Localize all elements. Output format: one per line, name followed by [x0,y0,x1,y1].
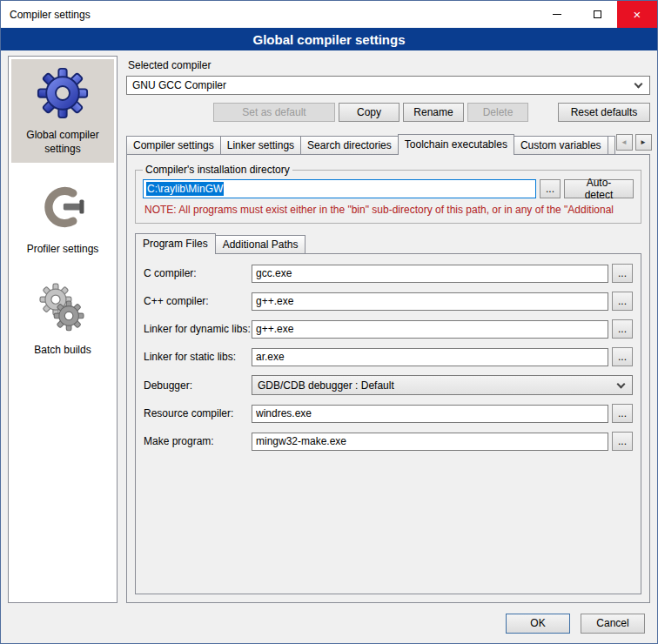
set-as-default-button[interactable]: Set as default [213,103,335,122]
tab-toolchain-executables[interactable]: Toolchain executables [398,134,514,155]
titlebar: Compiler settings × [1,1,657,28]
selected-compiler-value: GNU GCC Compiler [132,79,226,91]
tab-linker-settings[interactable]: Linker settings [220,136,301,154]
resource-compiler-input[interactable] [252,405,608,423]
dialog-header: Global compiler settings [1,28,657,50]
make-program-input[interactable] [252,433,608,451]
cpp-compiler-label: C++ compiler: [144,295,252,307]
dynamic-linker-input[interactable] [252,320,608,339]
reset-defaults-button[interactable]: Reset defaults [558,103,650,122]
field-row-make-program: Make program: ... [144,432,633,451]
field-row-dynamic-linker: Linker for dynamic libs: ... [144,319,633,339]
batch-gears-icon [37,279,88,337]
ok-button[interactable]: OK [506,614,570,634]
tab-scroll-buttons: ◄ ► [614,134,652,151]
sidebar-item-batch-builds[interactable]: Batch builds [11,274,114,365]
bin-subdirectory-note: NOTE: All programs must exist either in … [144,204,634,216]
debugger-label: Debugger: [144,379,252,392]
static-linker-browse-button[interactable]: ... [612,347,633,366]
delete-button[interactable]: Delete [467,103,528,122]
debugger-select[interactable]: GDB/CDB debugger : Default [252,375,633,395]
sidebar-item-label: Batch builds [34,344,91,358]
tab-compiler-settings[interactable]: Compiler settings [126,136,221,154]
maximize-button[interactable] [577,1,617,28]
c-compiler-label: C compiler: [144,267,252,279]
minimize-icon [553,14,561,15]
static-linker-input[interactable] [252,348,608,366]
maximize-icon [594,10,601,18]
tab-custom-variables[interactable]: Custom variables [514,136,608,154]
field-row-cpp-compiler: C++ compiler: ... [144,292,633,311]
field-row-resource-compiler: Resource compiler: ... [144,404,633,423]
profiler-clamp-icon [39,178,86,236]
copy-button[interactable]: Copy [339,103,400,122]
selected-compiler-label: Selected compiler [128,59,650,71]
window-controls: × [537,1,657,28]
dynamic-linker-browse-button[interactable]: ... [612,319,633,339]
tab-scroll-left-button[interactable]: ◄ [616,134,633,151]
window-title: Compiler settings [1,9,91,21]
rename-button[interactable]: Rename [403,103,464,122]
c-compiler-input[interactable] [252,265,608,283]
sidebar-item-label: Profiler settings [27,243,99,257]
dialog-content: Global compiler settings Profiler settin… [1,50,657,608]
settings-category-list: Global compiler settings Profiler settin… [8,56,118,603]
c-compiler-browse-button[interactable]: ... [612,264,633,283]
sidebar-item-label: Global compiler settings [13,129,112,156]
toolchain-executables-panel: Compiler's installation directory C:\ray… [126,154,650,603]
dialog-footer: OK Cancel [1,608,657,643]
auto-detect-button[interactable]: Auto-detect [564,179,634,198]
dynamic-linker-label: Linker for dynamic libs: [144,323,252,335]
sidebar-item-global-compiler-settings[interactable]: Global compiler settings [11,59,114,163]
make-program-label: Make program: [144,435,252,447]
install-dir-input[interactable]: C:\raylib\MinGW [143,179,536,198]
chevron-down-icon [634,80,643,89]
installation-directory-legend: Compiler's installation directory [143,164,292,176]
compiler-settings-window: Compiler settings × Global compiler sett… [0,0,658,644]
cpp-compiler-browse-button[interactable]: ... [612,292,633,311]
chevron-down-icon [617,379,626,388]
program-files-panel: C compiler: ... C++ compiler: ... Linker… [135,253,641,594]
program-files-subtabs: Program Files Additional Paths [135,233,641,253]
minimize-button[interactable] [537,1,577,28]
field-row-c-compiler: C compiler: ... [144,264,633,283]
installation-directory-group: Compiler's installation directory C:\ray… [135,164,641,224]
selected-compiler-select[interactable]: GNU GCC Compiler [126,76,650,95]
main-panel: Selected compiler GNU GCC Compiler Set a… [126,56,650,603]
tab-search-directories[interactable]: Search directories [300,136,399,154]
cpp-compiler-input[interactable] [252,292,608,311]
cancel-button[interactable]: Cancel [581,614,645,634]
install-dir-browse-button[interactable]: ... [540,179,561,198]
settings-tabstrip: Compiler settings Linker settings Search… [126,134,650,154]
compiler-actions: Set as default Copy Rename Delete Reset … [126,103,650,122]
subtab-program-files[interactable]: Program Files [135,233,216,254]
tab-scroll-right-button[interactable]: ► [635,134,652,151]
static-linker-label: Linker for static libs: [144,351,252,363]
install-dir-value: C:\raylib\MinGW [146,182,224,196]
close-icon: × [634,7,641,22]
close-button[interactable]: × [617,1,657,28]
subtab-additional-paths[interactable]: Additional Paths [215,235,306,253]
gear-icon [37,64,89,122]
make-program-browse-button[interactable]: ... [612,432,633,451]
installation-directory-row: C:\raylib\MinGW ... Auto-detect [143,179,634,198]
resource-compiler-label: Resource compiler: [144,407,252,419]
debugger-value: GDB/CDB debugger : Default [258,379,394,392]
resource-compiler-browse-button[interactable]: ... [612,404,633,423]
field-row-static-linker: Linker for static libs: ... [144,347,633,366]
sidebar-item-profiler-settings[interactable]: Profiler settings [11,173,114,264]
field-row-debugger: Debugger: GDB/CDB debugger : Default [144,375,633,395]
